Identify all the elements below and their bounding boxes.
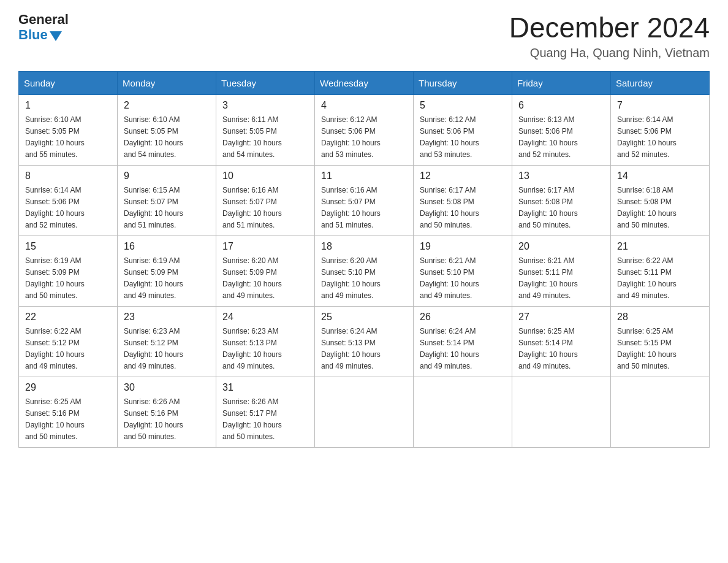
- day-number: 23: [124, 312, 210, 323]
- day-number: 7: [617, 100, 703, 111]
- day-info: Sunrise: 6:23 AM Sunset: 5:13 PM Dayligh…: [222, 327, 282, 370]
- logo-general-text: General: [18, 12, 69, 27]
- calendar-cell: 30 Sunrise: 6:26 AM Sunset: 5:16 PM Dayl…: [118, 377, 216, 447]
- calendar-cell: 8 Sunrise: 6:14 AM Sunset: 5:06 PM Dayli…: [19, 165, 118, 236]
- day-info: Sunrise: 6:19 AM Sunset: 5:09 PM Dayligh…: [124, 256, 183, 300]
- day-number: 22: [25, 312, 111, 323]
- day-info: Sunrise: 6:25 AM Sunset: 5:15 PM Dayligh…: [617, 327, 677, 370]
- day-info: Sunrise: 6:20 AM Sunset: 5:10 PM Dayligh…: [321, 256, 381, 300]
- day-number: 27: [518, 312, 604, 323]
- calendar-cell: 22 Sunrise: 6:22 AM Sunset: 5:12 PM Dayl…: [19, 306, 118, 377]
- calendar-cell: [315, 377, 414, 447]
- day-info: Sunrise: 6:14 AM Sunset: 5:06 PM Dayligh…: [617, 115, 677, 159]
- calendar-header-friday: Friday: [512, 71, 611, 94]
- day-number: 18: [321, 241, 407, 252]
- day-number: 11: [321, 170, 407, 182]
- day-info: Sunrise: 6:16 AM Sunset: 5:07 PM Dayligh…: [222, 186, 282, 229]
- calendar-week-row: 29 Sunrise: 6:25 AM Sunset: 5:16 PM Dayl…: [19, 377, 710, 447]
- calendar-header-wednesday: Wednesday: [315, 71, 414, 94]
- day-number: 31: [222, 382, 308, 393]
- month-title: December 2024: [509, 12, 710, 44]
- day-number: 14: [617, 170, 703, 182]
- day-number: 4: [321, 100, 407, 111]
- calendar-cell: 20 Sunrise: 6:21 AM Sunset: 5:11 PM Dayl…: [512, 236, 611, 306]
- calendar-cell: [414, 377, 512, 447]
- calendar-cell: 6 Sunrise: 6:13 AM Sunset: 5:06 PM Dayli…: [512, 94, 611, 165]
- calendar-cell: [512, 377, 611, 447]
- day-number: 19: [420, 241, 506, 252]
- day-info: Sunrise: 6:23 AM Sunset: 5:12 PM Dayligh…: [124, 327, 183, 370]
- day-number: 24: [222, 312, 308, 323]
- calendar-cell: 23 Sunrise: 6:23 AM Sunset: 5:12 PM Dayl…: [118, 306, 216, 377]
- calendar-cell: 2 Sunrise: 6:10 AM Sunset: 5:05 PM Dayli…: [118, 94, 216, 165]
- day-number: 30: [124, 382, 210, 393]
- calendar-cell: 28 Sunrise: 6:25 AM Sunset: 5:15 PM Dayl…: [611, 306, 710, 377]
- calendar-table: SundayMondayTuesdayWednesdayThursdayFrid…: [18, 71, 710, 448]
- day-number: 8: [25, 170, 111, 182]
- day-number: 16: [124, 241, 210, 252]
- title-block: December 2024 Quang Ha, Quang Ninh, Viet…: [509, 12, 710, 60]
- day-info: Sunrise: 6:10 AM Sunset: 5:05 PM Dayligh…: [124, 115, 183, 159]
- day-info: Sunrise: 6:24 AM Sunset: 5:14 PM Dayligh…: [420, 327, 479, 370]
- day-info: Sunrise: 6:25 AM Sunset: 5:14 PM Dayligh…: [518, 327, 578, 370]
- day-info: Sunrise: 6:21 AM Sunset: 5:11 PM Dayligh…: [518, 256, 578, 300]
- logo-triangle-icon: [50, 31, 62, 41]
- day-info: Sunrise: 6:18 AM Sunset: 5:08 PM Dayligh…: [617, 186, 677, 229]
- calendar-cell: 26 Sunrise: 6:24 AM Sunset: 5:14 PM Dayl…: [414, 306, 512, 377]
- day-number: 13: [518, 170, 604, 182]
- day-number: 17: [222, 241, 308, 252]
- day-info: Sunrise: 6:17 AM Sunset: 5:08 PM Dayligh…: [518, 186, 578, 229]
- day-number: 3: [222, 100, 308, 111]
- calendar-cell: 17 Sunrise: 6:20 AM Sunset: 5:09 PM Dayl…: [216, 236, 315, 306]
- calendar-cell: 31 Sunrise: 6:26 AM Sunset: 5:17 PM Dayl…: [216, 377, 315, 447]
- calendar-cell: 29 Sunrise: 6:25 AM Sunset: 5:16 PM Dayl…: [19, 377, 118, 447]
- day-number: 20: [518, 241, 604, 252]
- calendar-cell: 4 Sunrise: 6:12 AM Sunset: 5:06 PM Dayli…: [315, 94, 414, 165]
- day-number: 6: [518, 100, 604, 111]
- day-info: Sunrise: 6:14 AM Sunset: 5:06 PM Dayligh…: [25, 186, 85, 229]
- day-number: 9: [124, 170, 210, 182]
- day-number: 10: [222, 170, 308, 182]
- calendar-cell: 3 Sunrise: 6:11 AM Sunset: 5:05 PM Dayli…: [216, 94, 315, 165]
- calendar-cell: 24 Sunrise: 6:23 AM Sunset: 5:13 PM Dayl…: [216, 306, 315, 377]
- calendar-cell: 13 Sunrise: 6:17 AM Sunset: 5:08 PM Dayl…: [512, 165, 611, 236]
- day-info: Sunrise: 6:26 AM Sunset: 5:17 PM Dayligh…: [222, 397, 282, 441]
- calendar-cell: 25 Sunrise: 6:24 AM Sunset: 5:13 PM Dayl…: [315, 306, 414, 377]
- calendar-cell: 1 Sunrise: 6:10 AM Sunset: 5:05 PM Dayli…: [19, 94, 118, 165]
- calendar-header-thursday: Thursday: [414, 71, 512, 94]
- day-info: Sunrise: 6:11 AM Sunset: 5:05 PM Dayligh…: [222, 115, 282, 159]
- day-info: Sunrise: 6:15 AM Sunset: 5:07 PM Dayligh…: [124, 186, 183, 229]
- logo-blue-text: Blue: [18, 27, 62, 43]
- day-number: 29: [25, 382, 111, 393]
- calendar-week-row: 22 Sunrise: 6:22 AM Sunset: 5:12 PM Dayl…: [19, 306, 710, 377]
- calendar-week-row: 8 Sunrise: 6:14 AM Sunset: 5:06 PM Dayli…: [19, 165, 710, 236]
- calendar-cell: [611, 377, 710, 447]
- calendar-cell: 5 Sunrise: 6:12 AM Sunset: 5:06 PM Dayli…: [414, 94, 512, 165]
- calendar-cell: 12 Sunrise: 6:17 AM Sunset: 5:08 PM Dayl…: [414, 165, 512, 236]
- day-number: 1: [25, 100, 111, 111]
- day-number: 26: [420, 312, 506, 323]
- day-info: Sunrise: 6:10 AM Sunset: 5:05 PM Dayligh…: [25, 115, 85, 159]
- calendar-week-row: 1 Sunrise: 6:10 AM Sunset: 5:05 PM Dayli…: [19, 94, 710, 165]
- calendar-header-tuesday: Tuesday: [216, 71, 315, 94]
- calendar-cell: 16 Sunrise: 6:19 AM Sunset: 5:09 PM Dayl…: [118, 236, 216, 306]
- day-info: Sunrise: 6:12 AM Sunset: 5:06 PM Dayligh…: [420, 115, 479, 159]
- calendar-cell: 7 Sunrise: 6:14 AM Sunset: 5:06 PM Dayli…: [611, 94, 710, 165]
- day-number: 5: [420, 100, 506, 111]
- calendar-cell: 11 Sunrise: 6:16 AM Sunset: 5:07 PM Dayl…: [315, 165, 414, 236]
- logo: General Blue: [18, 12, 69, 43]
- day-info: Sunrise: 6:21 AM Sunset: 5:10 PM Dayligh…: [420, 256, 479, 300]
- calendar-cell: 21 Sunrise: 6:22 AM Sunset: 5:11 PM Dayl…: [611, 236, 710, 306]
- day-info: Sunrise: 6:26 AM Sunset: 5:16 PM Dayligh…: [124, 397, 183, 441]
- day-info: Sunrise: 6:20 AM Sunset: 5:09 PM Dayligh…: [222, 256, 282, 300]
- day-info: Sunrise: 6:16 AM Sunset: 5:07 PM Dayligh…: [321, 186, 381, 229]
- day-info: Sunrise: 6:22 AM Sunset: 5:12 PM Dayligh…: [25, 327, 85, 370]
- calendar-cell: 18 Sunrise: 6:20 AM Sunset: 5:10 PM Dayl…: [315, 236, 414, 306]
- location-title: Quang Ha, Quang Ninh, Vietnam: [509, 46, 710, 60]
- day-number: 21: [617, 241, 703, 252]
- calendar-cell: 10 Sunrise: 6:16 AM Sunset: 5:07 PM Dayl…: [216, 165, 315, 236]
- calendar-cell: 15 Sunrise: 6:19 AM Sunset: 5:09 PM Dayl…: [19, 236, 118, 306]
- day-number: 28: [617, 312, 703, 323]
- page-header: General Blue December 2024 Quang Ha, Qua…: [18, 12, 710, 60]
- day-number: 12: [420, 170, 506, 182]
